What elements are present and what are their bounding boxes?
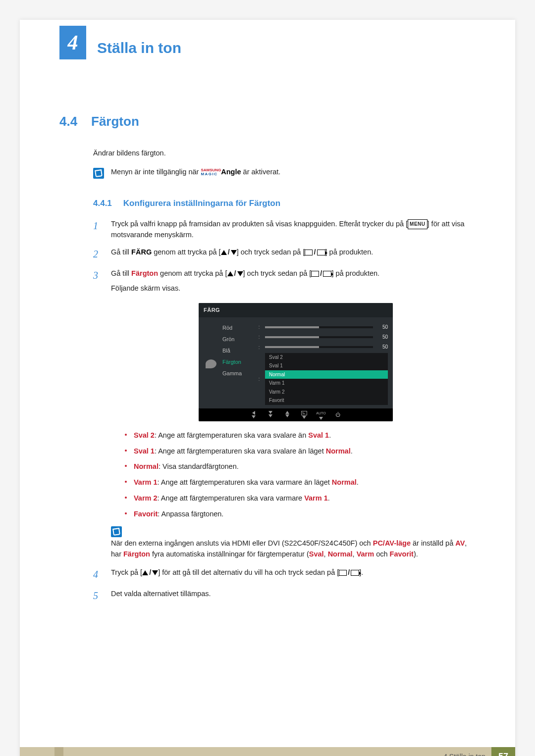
samsung-magic-brand: SAMSUNGMAGIC — [201, 168, 221, 176]
page: 4 Ställa in ton 4.4 Färgton Ändrar bilde… — [20, 20, 515, 756]
menu-button-icon: MENU — [408, 219, 427, 229]
magic-angle-word: Angle — [221, 168, 241, 176]
step-2: 2 Gå till FÄRG genom att trycka på [/] o… — [93, 247, 481, 262]
osd-value-red: 50 — [377, 323, 388, 331]
osd-dropdown-fargton: Sval 2 Sval 1 Normal Varm 1 Varm 2 Favor… — [265, 353, 388, 405]
bullet-varm1: Varm 1: Ange att färgtemperaturen ska va… — [125, 477, 481, 488]
step-number: 4 — [93, 567, 104, 582]
note-icon — [111, 526, 122, 537]
footer-accent — [54, 747, 63, 756]
bullet-favorit: Favorit: Anpassa färgtonen. — [125, 509, 481, 520]
step-5: 5 Det valda alternativet tillämpas. — [93, 588, 481, 604]
step-list: 1 Tryck på valfri knapp på framsidan av … — [93, 218, 481, 604]
page-footer: 4 Ställa in ton 57 — [20, 747, 515, 756]
step-3: 3 Gå till Färgton genom att trycka på [/… — [93, 268, 481, 560]
step-body: Tryck på valfri knapp på framsidan av pr… — [111, 218, 481, 241]
osd-values: :50 :50 :50 : Sval 2 Sval 1 Normal Varm … — [257, 322, 388, 405]
note-pre: Menyn är inte tillgänglig när — [111, 168, 201, 176]
step-4: 4 Tryck på [/] för att gå till det alter… — [93, 567, 481, 582]
chapter-number-badge: 4 — [59, 26, 86, 59]
osd-option-favorit: Favorit — [265, 396, 388, 405]
osd-option-varm1: Varm 1 — [265, 379, 388, 388]
bullet-sval1: Sval 1: Ange att färgtemperaturen ska va… — [125, 446, 481, 457]
section-heading: 4.4 Färgton — [20, 114, 515, 129]
osd-footer: AUTO ⏻ — [199, 408, 393, 421]
osd-nav-up-icon — [282, 411, 292, 420]
osd-label-red: Röd — [222, 322, 253, 334]
note-post: är aktiverat. — [241, 168, 281, 176]
note-icon — [93, 168, 104, 179]
footer-chapter-label: 4 Ställa in ton — [443, 753, 485, 756]
note-text: När den externa ingången ansluts via HDM… — [111, 538, 473, 560]
osd-category-icon-col — [204, 322, 218, 405]
option-bullets: Sval 2: Ange att färgtemperaturen ska va… — [125, 430, 481, 520]
osd-label-blue: Blå — [222, 345, 253, 356]
down-arrow-icon — [231, 250, 237, 255]
note-magic-angle: Menyn är inte tillgänglig när SAMSUNGMAG… — [93, 168, 481, 179]
step-number: 5 — [93, 588, 104, 604]
following-screen-label: Följande skärm visas. — [111, 283, 481, 294]
step-body: Gå till FÄRG genom att trycka på [/] och… — [111, 247, 481, 257]
subsection-heading: 4.4.1 Konfigurera inställningarna för Fä… — [93, 199, 481, 208]
osd-nav-auto: AUTO — [316, 411, 326, 420]
note-text: Menyn är inte tillgänglig när SAMSUNGMAG… — [111, 168, 280, 176]
osd-nav-down-icon — [266, 411, 275, 420]
osd-option-normal: Normal — [265, 370, 388, 379]
osd-option-sval1: Sval 1 — [265, 361, 388, 370]
chapter-header: 4 Ställa in ton — [20, 20, 515, 59]
osd-value-green: 50 — [377, 333, 388, 341]
osd-label-gamma: Gamma — [222, 368, 253, 379]
keyword-fargton: Färgton — [131, 269, 158, 277]
bullet-sval2: Sval 2: Ange att färgtemperaturen ska va… — [125, 430, 481, 441]
step-number: 3 — [93, 268, 104, 283]
bullet-normal: Normal: Visa standardfärgtonen. — [125, 461, 481, 472]
section-number: 4.4 — [59, 114, 89, 129]
osd-slider-red — [265, 326, 373, 328]
step-number: 2 — [93, 247, 104, 262]
step-body: Det valda alternativet tillämpas. — [111, 588, 481, 599]
section-intro: Ändrar bildens färgton. — [93, 149, 481, 157]
osd-labels: Röd Grön Blå Färgton Gamma — [222, 322, 253, 405]
enter-icon — [323, 271, 331, 277]
osd-label-fargton: Färgton — [222, 356, 253, 368]
source-icon — [311, 271, 319, 277]
osd-nav-enter-icon — [299, 411, 309, 420]
osd-nav-left-icon — [249, 411, 259, 420]
osd-screenshot: FÄRG Röd Grön Blå Färgton Gamma — [199, 303, 393, 421]
down-arrow-icon — [237, 271, 243, 276]
palette-icon — [206, 359, 216, 368]
subsection-title: Konfigurera inställningarna för Färgton — [123, 199, 280, 208]
osd-slider-green — [265, 336, 373, 338]
osd-label-green: Grön — [222, 334, 253, 345]
up-arrow-icon — [227, 271, 233, 276]
subsection-number: 4.4.1 — [93, 199, 121, 208]
step-number: 1 — [93, 218, 104, 234]
bullet-varm2: Varm 2: Ange att färgtemperaturen ska va… — [125, 493, 481, 504]
down-arrow-icon — [152, 570, 158, 575]
note-hdmi-dvi: När den externa ingången ansluts via HDM… — [111, 526, 481, 559]
step-1: 1 Tryck på valfri knapp på framsidan av … — [93, 218, 481, 241]
content-area: Ändrar bildens färgton. Menyn är inte ti… — [20, 149, 515, 604]
osd-nav-power-icon: ⏻ — [333, 411, 343, 420]
up-arrow-icon — [221, 250, 227, 255]
osd-option-varm2: Varm 2 — [265, 388, 388, 397]
osd-body: Röd Grön Blå Färgton Gamma :50 :50 :50 : — [199, 317, 393, 408]
step-body: Tryck på [/] för att gå till det alterna… — [111, 567, 481, 578]
osd-title: FÄRG — [199, 303, 393, 317]
enter-icon — [317, 250, 325, 255]
up-arrow-icon — [142, 570, 148, 575]
page-number: 57 — [491, 747, 515, 756]
enter-icon — [351, 570, 359, 576]
section-title: Färgton — [91, 114, 139, 129]
source-icon — [339, 570, 347, 576]
keyword-farg: FÄRG — [131, 248, 152, 256]
step-body: Gå till Färgton genom att trycka på [/] … — [111, 268, 481, 560]
source-icon — [305, 250, 313, 255]
osd-value-blue: 50 — [377, 343, 388, 351]
osd-option-sval2: Sval 2 — [265, 353, 388, 362]
osd-slider-blue — [265, 346, 373, 348]
chapter-title: Ställa in ton — [97, 40, 181, 56]
